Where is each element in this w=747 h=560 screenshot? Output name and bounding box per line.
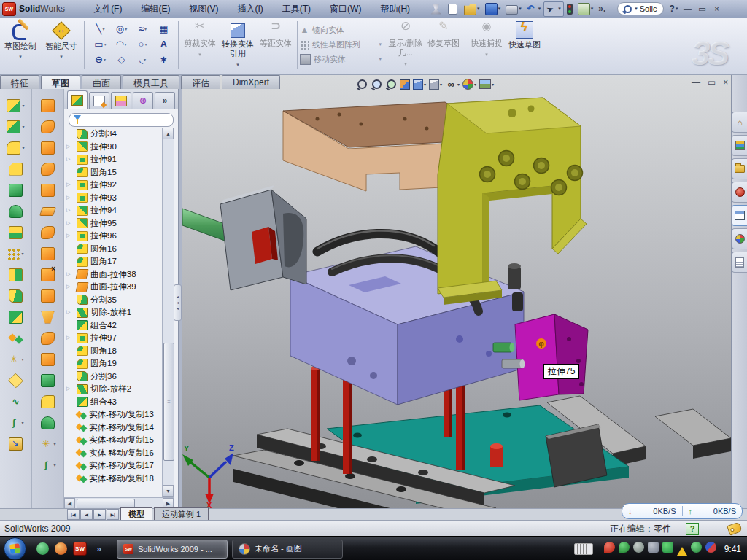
rapid-sketch-button[interactable]: 快速草图 xyxy=(506,20,543,50)
tray-icon[interactable] xyxy=(662,542,673,553)
chevron-down-icon[interactable]: ▾ xyxy=(219,60,257,69)
tree-item[interactable]: 实体-移动/复制14 xyxy=(64,421,162,435)
tray-icon[interactable] xyxy=(691,542,702,553)
chevron-down-icon[interactable]: ▾ xyxy=(379,56,382,62)
expand-arrow-icon[interactable]: ▷ xyxy=(66,220,70,226)
tree-item[interactable]: 圆角19 xyxy=(64,357,162,370)
tree-item[interactable]: ▷ 切除-放样1 xyxy=(64,306,162,319)
sketch-entity-button[interactable]: ◠ ▾ xyxy=(111,36,132,52)
chevron-down-icon[interactable]: ▾ xyxy=(676,6,678,12)
chevron-down-icon[interactable]: ▾ xyxy=(519,6,522,12)
toolbar-button[interactable] xyxy=(41,137,55,158)
tree-item[interactable]: 分割34 xyxy=(64,128,162,141)
close-button[interactable]: × xyxy=(711,4,721,14)
offset-entities-button[interactable]: 等距实体 xyxy=(257,20,295,48)
tree-item[interactable]: ▷ 曲面-拉伸38 xyxy=(64,268,162,281)
toolbar-button[interactable] xyxy=(41,306,55,327)
chevron-down-icon[interactable]: ▾ xyxy=(22,103,24,108)
sprue-assembly[interactable] xyxy=(182,185,306,290)
task-pane-tab[interactable] xyxy=(732,205,747,226)
expand-arrow-icon[interactable]: ▷ xyxy=(66,182,70,187)
toolbar-button[interactable] xyxy=(9,201,23,222)
toolbar-button[interactable]: ↶ ▾ xyxy=(525,2,543,16)
doc-close-button[interactable]: × xyxy=(723,77,728,88)
sketch-entity-button[interactable]: ≈ ▾ xyxy=(132,21,153,36)
tree-item[interactable]: 圆角15 xyxy=(64,166,162,179)
chevron-down-icon[interactable]: ▾ xyxy=(21,420,23,425)
panel-tab[interactable] xyxy=(89,92,109,109)
sketch-entity-button[interactable]: ◎ ▾ xyxy=(111,21,132,36)
chevron-down-icon[interactable]: ▾ xyxy=(102,26,104,31)
tree-item[interactable]: 圆角17 xyxy=(64,255,162,268)
help-button[interactable]: ? xyxy=(670,4,675,14)
toolbar-button[interactable] xyxy=(428,2,444,16)
tree-item[interactable]: 圆角18 xyxy=(64,345,162,358)
doc-restore-button[interactable]: ▭ xyxy=(708,77,716,88)
graphics-viewport[interactable]: φ X Y xyxy=(182,75,731,508)
tree-item[interactable]: 实体-移动/复制17 xyxy=(64,459,162,472)
tree-item[interactable]: ▷ 拉伸93 xyxy=(64,192,162,205)
toolbar-button[interactable] xyxy=(9,158,23,179)
expand-arrow-icon[interactable]: ▷ xyxy=(66,233,70,238)
toolbar-button[interactable]: ∫ ▾ xyxy=(7,412,23,433)
expand-arrow-icon[interactable]: ▷ xyxy=(66,195,70,201)
tree-item[interactable]: 分割35 xyxy=(64,294,162,307)
toolbar-button[interactable]: ▾ xyxy=(576,1,596,17)
panel-tab[interactable] xyxy=(67,90,88,109)
scroll-down-button[interactable]: ▼ xyxy=(163,485,174,497)
toolbar-button[interactable] xyxy=(41,201,55,222)
chevron-down-icon[interactable]: ▾ xyxy=(144,57,146,62)
chevron-down-icon[interactable]: ▾ xyxy=(21,251,23,256)
expand-arrow-icon[interactable]: ▷ xyxy=(66,335,70,341)
mirror-entities-button[interactable]: ▲ 镜向实体 xyxy=(300,23,382,37)
menu-item[interactable]: 视图(V) xyxy=(179,1,228,18)
tray-icon[interactable] xyxy=(619,542,630,553)
view-tool-button[interactable] xyxy=(356,79,368,90)
view-tool-button[interactable]: ▾ xyxy=(413,79,426,90)
tree-item[interactable]: ▷ 拉伸96 xyxy=(64,230,162,243)
chevron-down-icon[interactable]: ▾ xyxy=(440,82,442,87)
chevron-down-icon[interactable]: ▾ xyxy=(558,6,561,12)
menu-item[interactable]: 工具(T) xyxy=(273,1,320,18)
sketch-entity-button[interactable]: ╲ ▾ xyxy=(90,21,111,36)
panel-tab[interactable]: » xyxy=(155,92,175,109)
expand-arrow-icon[interactable]: ▷ xyxy=(66,284,70,289)
chevron-down-icon[interactable]: ▾ xyxy=(41,52,82,61)
quick-launch-icon[interactable]: SW xyxy=(73,542,87,556)
toolbar-button[interactable] xyxy=(9,433,23,454)
toolbar-button[interactable] xyxy=(444,2,461,16)
toolbar-button[interactable] xyxy=(41,327,55,349)
tree-item[interactable]: 分割36 xyxy=(64,370,162,384)
tab-nav-button[interactable]: ◀ xyxy=(80,509,93,520)
toolbar-button[interactable] xyxy=(41,391,55,412)
tray-icon[interactable] xyxy=(677,542,687,556)
sketch-entity-button[interactable]: ◇ xyxy=(111,52,132,67)
toolbar-button[interactable]: ∫ ▾ xyxy=(39,454,55,475)
panel-tab[interactable] xyxy=(111,92,131,109)
menu-item[interactable]: 文件(F) xyxy=(84,1,131,18)
base-plates[interactable] xyxy=(233,396,731,508)
minimize-button[interactable]: — xyxy=(682,4,692,14)
menu-item[interactable]: 窗口(W) xyxy=(320,1,371,18)
toolbar-button[interactable] xyxy=(41,243,55,264)
repair-sketch-button[interactable]: 修复草图 xyxy=(425,20,462,48)
tree-item[interactable]: ▷ 拉伸95 xyxy=(64,217,162,230)
quick-launch-icon[interactable] xyxy=(36,542,49,555)
document-tab[interactable]: 运动算例 1 xyxy=(154,508,209,521)
ribbon-tab[interactable]: 特征 xyxy=(0,75,39,89)
toolbar-button[interactable] xyxy=(41,412,55,433)
toolbar-button[interactable]: ▾ xyxy=(462,1,482,17)
toolbar-button[interactable]: ». xyxy=(596,2,611,16)
chevron-down-icon[interactable]: ▾ xyxy=(22,124,24,129)
ribbon-tab[interactable]: 草图 xyxy=(41,75,80,89)
tag-icon[interactable] xyxy=(727,521,743,535)
quick-snaps-button[interactable]: 快速捕捉 ▾ xyxy=(468,20,506,59)
view-tool-button[interactable]: ▾ xyxy=(479,79,494,89)
chevron-down-icon[interactable]: ▾ xyxy=(457,82,460,87)
task-button[interactable]: SW SolidWorks 2009 - ... xyxy=(117,540,228,559)
toolbar-button[interactable] xyxy=(9,264,23,285)
chevron-down-icon[interactable]: ▾ xyxy=(53,441,55,446)
tray-icon[interactable] xyxy=(604,542,615,553)
task-pane-tab[interactable] xyxy=(732,158,747,179)
keyboard-layout-icon[interactable] xyxy=(574,543,593,555)
